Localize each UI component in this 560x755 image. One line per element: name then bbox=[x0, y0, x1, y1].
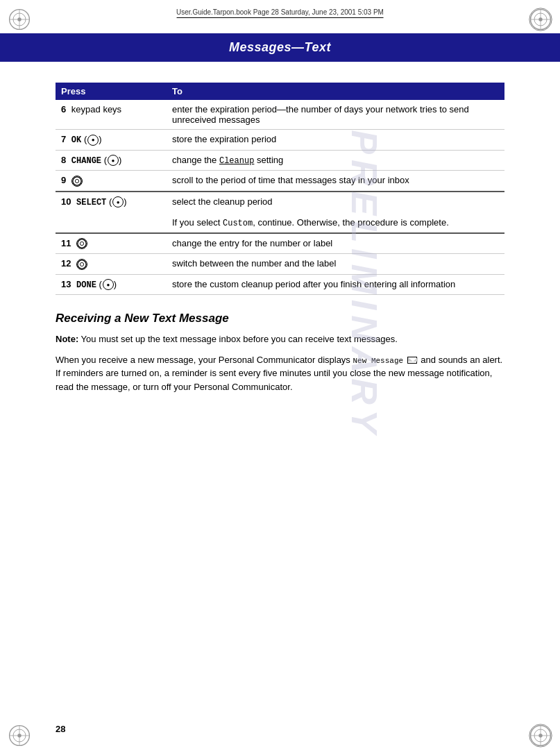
table-row: 12 switch between the number and the lab… bbox=[56, 254, 504, 275]
table-row: 13 DONE (●) store the custom cleanup per… bbox=[56, 274, 504, 295]
step-number: 13 bbox=[61, 279, 71, 289]
envelope-icon bbox=[407, 357, 417, 364]
step-number: 7 bbox=[61, 134, 66, 144]
table-cell-press: 6 keypad keys bbox=[56, 100, 167, 130]
scroll-icon bbox=[76, 259, 87, 270]
table-row: 10 SELECT (●) select the cleanup period … bbox=[56, 192, 504, 233]
table-cell-to: scroll to the period of time that messag… bbox=[167, 171, 504, 192]
table-cell-to: switch between the number and the label bbox=[167, 254, 504, 275]
change-button-icon: ● bbox=[108, 155, 119, 166]
page-number: 28 bbox=[56, 724, 65, 734]
step-number: 9 bbox=[61, 175, 66, 185]
scroll-icon bbox=[76, 238, 87, 249]
step-number: 8 bbox=[61, 155, 66, 165]
table-cell-to: select the cleanup period If you select … bbox=[167, 192, 504, 233]
body-paragraph: When you receive a new message, your Per… bbox=[56, 353, 504, 394]
press-label: keypad keys bbox=[71, 104, 121, 114]
ok-button-icon: ● bbox=[87, 135, 99, 146]
table-cell-press: 7 OK (●) bbox=[56, 130, 167, 151]
key-done: DONE bbox=[76, 280, 96, 290]
table-cell-press: 9 bbox=[56, 171, 167, 192]
table-cell-press: 13 DONE (●) bbox=[56, 274, 167, 295]
table-cell-to: change the entry for the number or label bbox=[167, 233, 504, 254]
body-text-prefix: When you receive a new message, your Per… bbox=[56, 355, 353, 365]
table-row: 11 change the entry for the number or la… bbox=[56, 233, 504, 254]
table-cell-press: 12 bbox=[56, 254, 167, 275]
table-cell-to: change the Cleanup setting bbox=[167, 150, 504, 171]
svg-point-22 bbox=[73, 177, 81, 185]
content-area: Press To 6 keypad keys enter the expirat… bbox=[0, 62, 560, 414]
table-header-row: Press To bbox=[56, 83, 504, 100]
step-number: 11 bbox=[61, 238, 71, 248]
table-row: 6 keypad keys enter the expiration perio… bbox=[56, 100, 504, 130]
svg-point-24 bbox=[78, 239, 86, 248]
table-cell-press: 10 SELECT (●) bbox=[56, 192, 167, 233]
note-text: You must set up the text message inbox b… bbox=[78, 334, 398, 344]
svg-point-25 bbox=[80, 242, 83, 246]
table-row: 9 scroll to the period of time that mess… bbox=[56, 171, 504, 192]
table-row: 7 OK (●) store the expiration period bbox=[56, 130, 504, 151]
table-cell-press: 8 CHANGE (●) bbox=[56, 150, 167, 171]
instructions-table: Press To 6 keypad keys enter the expirat… bbox=[56, 83, 504, 295]
table-cell-press: 11 bbox=[56, 233, 167, 254]
note-label: Note: bbox=[56, 334, 78, 344]
corner-decoration-tl bbox=[6, 6, 33, 33]
key-ok: OK bbox=[71, 135, 81, 145]
scroll-icon bbox=[71, 176, 83, 187]
cleanup-label: Cleanup bbox=[219, 156, 254, 166]
key-change: CHANGE bbox=[71, 156, 101, 166]
select-button-icon: ● bbox=[112, 196, 124, 207]
new-message-label: New Message bbox=[353, 357, 403, 365]
svg-point-27 bbox=[80, 262, 83, 266]
corner-decoration-br bbox=[527, 722, 554, 749]
step-number: 6 bbox=[61, 104, 66, 114]
table-cell-to: store the custom cleanup period after yo… bbox=[167, 274, 504, 295]
section-heading: Receiving a New Text Message bbox=[56, 312, 504, 325]
corner-decoration-tr bbox=[527, 6, 554, 33]
svg-point-26 bbox=[78, 260, 86, 269]
custom-label: Custom bbox=[223, 219, 253, 228]
table-cell-to: store the expiration period bbox=[167, 130, 504, 151]
col-header-to: To bbox=[167, 83, 504, 100]
page-header: Messages—Text bbox=[0, 33, 560, 62]
key-select: SELECT bbox=[76, 198, 106, 207]
svg-point-23 bbox=[75, 179, 78, 183]
table-cell-to: enter the expiration period—the number o… bbox=[167, 100, 504, 130]
note-paragraph: Note: You must set up the text message i… bbox=[56, 332, 504, 346]
file-info-bar: User.Guide.Tarpon.book Page 28 Saturday,… bbox=[176, 8, 384, 18]
done-button-icon: ● bbox=[103, 279, 114, 290]
step-number: 10 bbox=[61, 196, 71, 207]
step-number: 12 bbox=[61, 258, 71, 269]
corner-decoration-bl bbox=[6, 722, 33, 749]
col-header-press: Press bbox=[56, 83, 167, 100]
table-row: 8 CHANGE (●) change the Cleanup setting bbox=[56, 150, 504, 171]
